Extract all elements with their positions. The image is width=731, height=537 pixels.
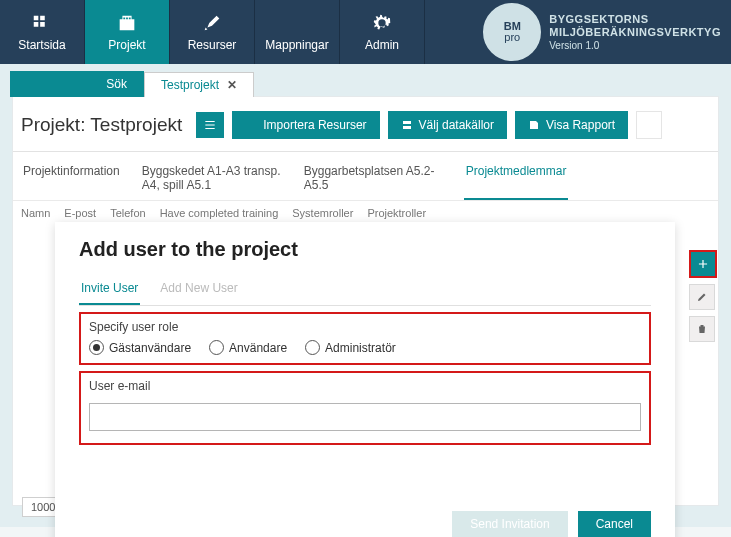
- send-invitation-button: Send Invitation: [452, 511, 567, 537]
- brand-text: BYGGSEKTORNS MILJÖBERÄKNINGSVERKTYG Vers…: [549, 13, 721, 52]
- radio-dot-icon: [209, 340, 224, 355]
- titlebar: Projekt: Testprojekt Importera Resurser …: [13, 97, 718, 152]
- doc-tabs: Sök Testprojekt ✕: [0, 64, 731, 96]
- nav-label: Startsida: [18, 38, 65, 52]
- tab-projektmedlemmar[interactable]: Projektmedlemmar: [464, 158, 569, 200]
- tab-byggarbetsplatsen[interactable]: Byggarbetsplatsen A5.2-A5.5: [302, 158, 446, 200]
- radio-dot-icon: [305, 340, 320, 355]
- nav-label: Projekt: [108, 38, 145, 52]
- nav-label: Admin: [365, 38, 399, 52]
- radio-label: Gästanvändare: [109, 341, 191, 355]
- sect-label: Byggarbetsplatsen A5.2-A5.5: [304, 164, 435, 192]
- col-telefon[interactable]: Telefon: [110, 207, 145, 219]
- role-label: Specify user role: [89, 320, 641, 334]
- role-radios: Gästanvändare Användare Administratör: [89, 340, 641, 355]
- import-label: Importera Resurser: [263, 118, 366, 132]
- nav-spacer: BM pro BYGGSEKTORNS MILJÖBERÄKNINGSVERKT…: [425, 0, 731, 64]
- import-resources-button[interactable]: Importera Resurser: [232, 111, 379, 139]
- choose-datasources-button[interactable]: Välj datakällor: [388, 111, 507, 139]
- show-report-button[interactable]: Visa Rapport: [515, 111, 628, 139]
- brand-version: Version 1.0: [549, 39, 721, 52]
- tab-byggskedet[interactable]: Byggskedet A1-A3 transp. A4, spill A5.1: [140, 158, 284, 200]
- brand-line2: MILJÖBERÄKNINGSVERKTYG: [549, 26, 721, 39]
- modal-tab-label: Add New User: [160, 281, 237, 295]
- radio-dot-icon: [89, 340, 104, 355]
- nav-startsida[interactable]: Startsida: [0, 0, 85, 64]
- modal-tabs: Invite User Add New User: [79, 275, 651, 306]
- close-icon[interactable]: ✕: [227, 78, 237, 92]
- sect-label: Projektinformation: [23, 164, 120, 178]
- nav-projekt[interactable]: Projekt: [85, 0, 170, 64]
- top-nav: Startsida Projekt Resurser Mappningar Ad…: [0, 0, 731, 64]
- nav-label: Mappningar: [265, 38, 328, 52]
- brand-line1: BYGGSEKTORNS: [549, 13, 721, 26]
- brand: BM pro BYGGSEKTORNS MILJÖBERÄKNINGSVERKT…: [483, 3, 721, 61]
- modal-tab-label: Invite User: [81, 281, 138, 295]
- sect-label: Projektmedlemmar: [466, 164, 567, 178]
- role-group: Specify user role Gästanvändare Användar…: [79, 312, 651, 365]
- send-label: Send Invitation: [470, 517, 549, 531]
- cancel-label: Cancel: [596, 517, 633, 531]
- tab-search-label: Sök: [106, 77, 127, 91]
- disabled-action-button: [636, 111, 662, 139]
- add-user-modal: Add user to the project Invite User Add …: [55, 222, 675, 537]
- email-label: User e-mail: [89, 379, 641, 393]
- modal-title: Add user to the project: [79, 238, 651, 261]
- sect-label: Byggskedet A1-A3 transp. A4, spill A5.1: [142, 164, 281, 192]
- col-training[interactable]: Have completed training: [160, 207, 279, 219]
- col-epost[interactable]: E-post: [64, 207, 96, 219]
- tab-testprojekt[interactable]: Testprojekt ✕: [144, 72, 254, 97]
- row-count-value: 1000: [31, 501, 55, 513]
- menu-button[interactable]: [196, 112, 224, 138]
- radio-gastanvandare[interactable]: Gästanvändare: [89, 340, 191, 355]
- tab-projektinformation[interactable]: Projektinformation: [21, 158, 122, 200]
- radio-label: Användare: [229, 341, 287, 355]
- modal-actions: Send Invitation Cancel: [79, 511, 651, 537]
- brand-logo: BM pro: [483, 3, 541, 61]
- col-namn[interactable]: Namn: [21, 207, 50, 219]
- brand-logo-bottom: pro: [504, 32, 520, 43]
- col-projektroller[interactable]: Projektroller: [367, 207, 426, 219]
- delete-member-button[interactable]: [689, 316, 715, 342]
- tab-doc-label: Testprojekt: [161, 78, 219, 92]
- tab-search[interactable]: Sök: [10, 71, 144, 97]
- tab-invite-user[interactable]: Invite User: [79, 275, 140, 305]
- choose-label: Välj datakällor: [419, 118, 494, 132]
- section-tabs: Projektinformation Byggskedet A1-A3 tran…: [13, 152, 718, 201]
- report-label: Visa Rapport: [546, 118, 615, 132]
- col-systemroller[interactable]: Systemroller: [292, 207, 353, 219]
- email-input[interactable]: [89, 403, 641, 431]
- email-group: User e-mail: [79, 371, 651, 445]
- nav-label: Resurser: [188, 38, 237, 52]
- page-title: Projekt: Testprojekt: [21, 114, 182, 136]
- add-member-button[interactable]: [689, 250, 717, 278]
- nav-admin[interactable]: Admin: [340, 0, 425, 64]
- edit-member-button[interactable]: [689, 284, 715, 310]
- radio-administrator[interactable]: Administratör: [305, 340, 396, 355]
- tab-add-new-user[interactable]: Add New User: [158, 275, 239, 305]
- nav-mappningar[interactable]: Mappningar: [255, 0, 340, 64]
- cancel-button[interactable]: Cancel: [578, 511, 651, 537]
- radio-anvandare[interactable]: Användare: [209, 340, 287, 355]
- nav-resurser[interactable]: Resurser: [170, 0, 255, 64]
- row-actions: [689, 250, 717, 342]
- radio-label: Administratör: [325, 341, 396, 355]
